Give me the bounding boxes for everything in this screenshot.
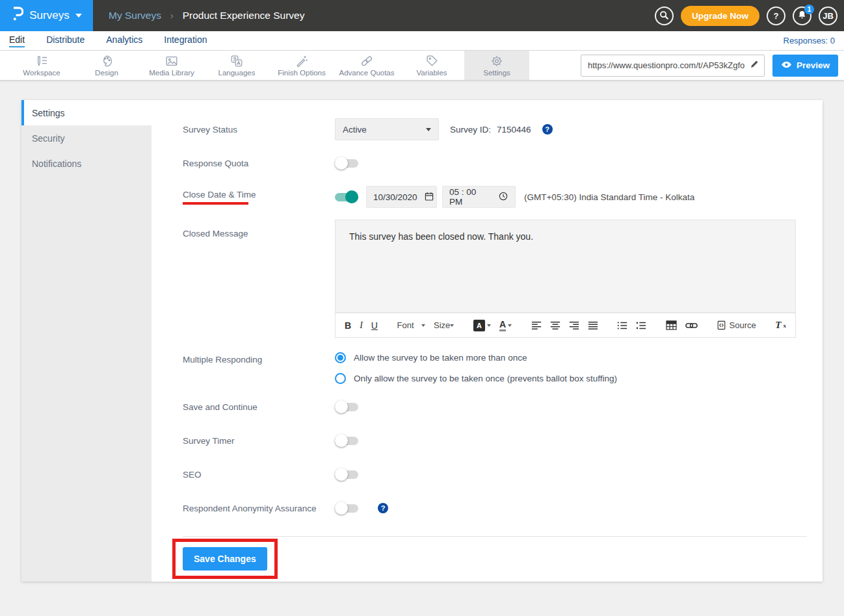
- search-button[interactable]: [655, 6, 674, 25]
- workspace-icon: [34, 54, 49, 68]
- red-annotation-box: Save Changes: [172, 539, 278, 579]
- timezone-text: (GMT+05:30) India Standard Time - Kolkat…: [524, 192, 694, 202]
- close-date-input[interactable]: 10/30/2020: [366, 186, 437, 208]
- bullet-list-button[interactable]: [617, 321, 627, 330]
- sidebar-item-settings[interactable]: Settings: [21, 100, 152, 125]
- tab-edit[interactable]: Edit: [9, 34, 25, 47]
- notifications-button[interactable]: 1: [793, 6, 811, 25]
- preview-button[interactable]: Preview: [772, 55, 838, 77]
- anonymity-help-icon[interactable]: ?: [378, 503, 388, 513]
- toolbar-item-settings[interactable]: Settings: [464, 51, 529, 80]
- toolbar-item-advance-quotas[interactable]: Advance Quotas: [334, 51, 399, 80]
- form-divider: [183, 536, 807, 537]
- anonymity-label: Respondent Anonymity Assurance: [183, 504, 335, 513]
- eye-icon: [781, 60, 792, 71]
- clock-icon: [498, 191, 508, 203]
- underline-button[interactable]: U: [371, 320, 378, 331]
- close-date-row: Close Date & Time 10/30/2020 05 : 00 PM: [183, 186, 807, 208]
- source-button[interactable]: Source: [717, 320, 756, 330]
- closed-message-text[interactable]: This survey has been closed now. Thank y…: [336, 220, 795, 313]
- anonymity-row: Respondent Anonymity Assurance ?: [183, 497, 807, 519]
- close-date-toggle[interactable]: [335, 193, 358, 201]
- align-right-button[interactable]: [569, 321, 579, 330]
- survey-timer-row: Survey Timer: [183, 430, 807, 452]
- survey-id-help-icon[interactable]: ?: [542, 124, 553, 135]
- toolbar-item-variables[interactable]: Variables: [399, 51, 464, 80]
- font-select[interactable]: Font: [397, 320, 425, 330]
- search-icon: [659, 10, 669, 22]
- sidebar-item-security[interactable]: Security: [21, 125, 152, 151]
- question-mark-icon: ?: [774, 11, 779, 21]
- seo-row: SEO: [183, 463, 807, 485]
- text-color-button[interactable]: A: [499, 320, 512, 331]
- survey-timer-label: Survey Timer: [183, 436, 335, 446]
- closed-message-row: Closed Message This survey has been clos…: [183, 220, 807, 338]
- avatar-initials: JB: [823, 11, 834, 21]
- chevron-down-icon: [421, 324, 425, 327]
- toolbar-item-media-library[interactable]: Media Library: [139, 51, 204, 80]
- background-color-button[interactable]: A: [473, 320, 491, 331]
- closed-message-editor: This survey has been closed now. Thank y…: [335, 220, 796, 338]
- survey-status-label: Survey Status: [183, 125, 335, 135]
- seo-toggle[interactable]: [335, 470, 358, 479]
- breadcrumb-separator: ›: [170, 10, 174, 21]
- brand-label: Surveys: [29, 9, 69, 22]
- help-button[interactable]: ?: [767, 6, 785, 25]
- top-bar: Surveys My Surveys › Product Experience …: [0, 0, 844, 31]
- chevron-down-icon: [426, 128, 431, 131]
- align-center-button[interactable]: [550, 321, 560, 330]
- save-and-continue-toggle[interactable]: [335, 403, 358, 411]
- toolbar-item-workspace[interactable]: Workspace: [9, 51, 74, 80]
- topbar-actions: Upgrade Now ? 1 JB: [655, 6, 844, 26]
- italic-button[interactable]: I: [360, 320, 363, 331]
- radio-option-once: Only allow the survey to be taken once (…: [335, 373, 617, 384]
- radio-option-multiple: Allow the survey to be taken more than o…: [335, 352, 617, 363]
- response-quota-row: Response Quota: [183, 152, 807, 174]
- bold-button[interactable]: B: [345, 320, 351, 331]
- radio-allow-once[interactable]: [335, 373, 346, 384]
- size-select[interactable]: Size: [434, 320, 454, 330]
- remove-format-button[interactable]: Tx: [775, 320, 786, 331]
- insert-link-button[interactable]: [685, 322, 698, 329]
- numbered-list-button[interactable]: [636, 321, 646, 330]
- insert-table-button[interactable]: [666, 320, 677, 330]
- avatar[interactable]: JB: [819, 6, 837, 25]
- response-quota-label: Response Quota: [183, 159, 335, 168]
- breadcrumb-current-survey: Product Experience Survey: [183, 10, 305, 21]
- tab-analytics[interactable]: Analytics: [106, 34, 142, 47]
- toolbar-item-languages[interactable]: Languages: [204, 51, 269, 80]
- tab-distribute[interactable]: Distribute: [46, 34, 85, 47]
- calendar-icon: [424, 191, 434, 203]
- chain-link-icon: [360, 54, 374, 68]
- questionpro-logo-icon: [11, 6, 23, 25]
- toolbar-item-finish-options[interactable]: Finish Options: [269, 51, 334, 80]
- image-icon: [165, 54, 179, 68]
- survey-timer-toggle[interactable]: [335, 437, 358, 445]
- close-time-input[interactable]: 05 : 00 PM: [442, 186, 516, 208]
- tab-integration[interactable]: Integration: [164, 34, 207, 47]
- red-underline-annotation: [183, 202, 248, 205]
- toolbar-item-design[interactable]: Design: [74, 51, 139, 80]
- survey-status-select[interactable]: Active: [335, 118, 439, 140]
- multiple-responding-row: Multiple Responding Allow the survey to …: [183, 352, 807, 384]
- palette-icon: [99, 54, 114, 68]
- upgrade-now-button[interactable]: Upgrade Now: [681, 6, 759, 26]
- sidebar-item-notifications[interactable]: Notifications: [21, 151, 152, 176]
- save-changes-button[interactable]: Save Changes: [183, 547, 267, 571]
- closed-message-label: Closed Message: [183, 229, 335, 238]
- responses-count[interactable]: Responses: 0: [784, 36, 836, 45]
- section-nav: Edit Distribute Analytics Integration Re…: [0, 31, 844, 51]
- radio-allow-multiple[interactable]: [335, 352, 346, 363]
- survey-status-row: Survey Status Active Survey ID: 7150446 …: [183, 118, 807, 140]
- align-justify-button[interactable]: [588, 321, 598, 330]
- brand-menu[interactable]: Surveys: [0, 0, 93, 31]
- anonymity-toggle[interactable]: [335, 504, 358, 513]
- response-quota-toggle[interactable]: [335, 159, 358, 168]
- edit-url-button[interactable]: [746, 58, 762, 73]
- breadcrumb-my-surveys[interactable]: My Surveys: [109, 10, 161, 21]
- magic-wand-icon: [295, 54, 309, 68]
- save-and-continue-label: Save and Continue: [183, 402, 335, 412]
- align-left-button[interactable]: [531, 321, 542, 330]
- close-date-label: Close Date & Time: [183, 190, 335, 199]
- survey-url-input[interactable]: [581, 55, 765, 77]
